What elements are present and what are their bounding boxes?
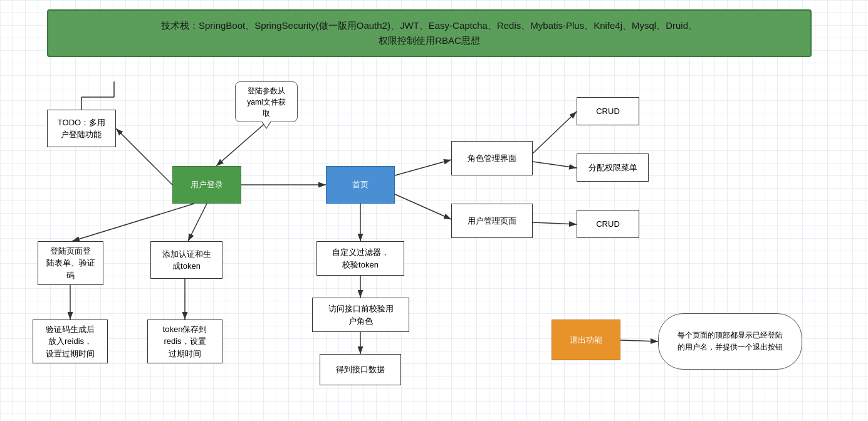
get-data-box: 得到接口数据 xyxy=(320,354,401,385)
assign-menu-box: 分配权限菜单 xyxy=(577,153,649,182)
verify-code-box: 验证码生成后 放入reidis， 设置过期时间 xyxy=(33,320,108,363)
svg-line-1 xyxy=(216,122,266,166)
svg-line-16 xyxy=(620,340,658,341)
svg-line-9 xyxy=(72,204,194,241)
header-banner: 技术栈：SpringBoot、SpringSecurity(做一版用Oauth2… xyxy=(47,9,812,57)
todo-box: TODO：多用 户登陆功能 xyxy=(47,110,116,147)
login-page-box: 登陆页面登 陆表单、验证 码 xyxy=(38,241,103,285)
diagram-canvas: 技术栈：SpringBoot、SpringSecurity(做一版用Oauth2… xyxy=(0,0,868,421)
custom-filter-box: 自定义过滤器， 校验token xyxy=(316,241,404,276)
svg-line-4 xyxy=(395,160,451,175)
svg-line-10 xyxy=(188,204,207,241)
verify-api-box: 访问接口前校验用 户角色 xyxy=(312,298,409,332)
svg-line-8 xyxy=(533,222,577,224)
user-login-box: 用户登录 xyxy=(172,166,241,204)
role-mgmt-box: 角色管理界面 xyxy=(451,141,533,175)
svg-line-2 xyxy=(116,128,172,185)
add-token-box: 添加认证和生 成token xyxy=(150,241,222,279)
user-mgmt-box: 用户管理页面 xyxy=(451,204,533,238)
svg-line-7 xyxy=(533,162,577,168)
crud1-box: CRUD xyxy=(577,97,639,125)
logout-box: 退出功能 xyxy=(552,320,620,360)
bubble-yaml: 登陆参数从 yaml文件获 取 xyxy=(235,81,298,122)
cloud-note: 每个页面的顶部都显示已经登陆 的用户名，并提供一个退出按钮 xyxy=(658,313,802,370)
token-redis-box: token保存到 redis，设置 过期时间 xyxy=(147,320,222,363)
header-text: 技术栈：SpringBoot、SpringSecurity(做一版用Oauth2… xyxy=(161,20,698,46)
svg-line-6 xyxy=(533,112,577,153)
crud2-box: CRUD xyxy=(577,210,639,238)
home-box: 首页 xyxy=(326,166,395,204)
svg-line-5 xyxy=(395,194,451,219)
